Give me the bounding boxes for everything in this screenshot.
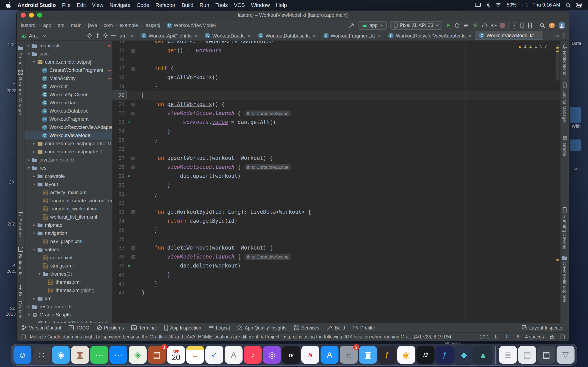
tool-window-button-profiler[interactable]: Profiler [353, 324, 375, 331]
code-line-19[interactable]: 19 } [112, 82, 560, 91]
dock-preview[interactable]: ▣ [359, 346, 377, 364]
code-line-39[interactable]: 39» dao.delete(workout) [112, 261, 560, 270]
dock-maps[interactable]: ◈ [129, 346, 147, 364]
dock-podcasts[interactable]: ◎ [263, 346, 281, 364]
fold-marker[interactable] [131, 67, 135, 71]
inspection-widget[interactable]: ▲ 1 ▲ 1 ∧ ∨ [515, 43, 550, 49]
menu-window[interactable]: Window [251, 2, 270, 8]
tree-item-workoutdatabase[interactable]: CWorkoutDatabase [25, 107, 112, 115]
tree-item-workoutdao[interactable]: CWorkoutDao [25, 99, 112, 107]
dock-files-folder[interactable]: ▤ [537, 346, 555, 364]
hide-panel-button[interactable] [111, 35, 116, 36]
dock-android-studio[interactable]: ▲ [474, 346, 492, 364]
editor-tab-workoutfragment-kt[interactable]: CWorkoutFragment.kt× [320, 31, 385, 40]
tab-close-icon[interactable]: × [468, 33, 471, 39]
code-line-35[interactable]: 35 } [112, 225, 560, 234]
apply-code-changes-button[interactable] [463, 23, 469, 28]
collapse-all-button[interactable] [95, 33, 100, 38]
tree-item-res[interactable]: ▾res [25, 164, 112, 172]
dock-tv[interactable]: tv [282, 346, 300, 364]
tree-item-values[interactable]: ▾values [25, 245, 112, 254]
editor-tab-xml[interactable]: xml× [118, 31, 138, 40]
breadcrumb-com[interactable]: com [104, 22, 113, 28]
tool-window-button-build[interactable]: Build [327, 324, 345, 331]
dock-intellij-idea[interactable]: IJ [416, 346, 434, 364]
tree-chevron-icon[interactable]: ▾ [31, 231, 37, 235]
menu-vcs[interactable]: VCS [234, 2, 245, 8]
dock-finder[interactable]: ☺ [13, 346, 31, 364]
fold-marker[interactable] [131, 157, 135, 160]
dock-reminders[interactable]: ✓ [205, 346, 223, 364]
tab-close-icon[interactable]: × [248, 33, 251, 39]
tree-item-mipmap[interactable]: ▸mipmap [25, 221, 112, 229]
tab-options-button[interactable] [563, 33, 565, 39]
breadcrumb-lastproj[interactable]: lastproj [145, 22, 160, 28]
code-line-26[interactable]: 26 [112, 145, 560, 154]
dock-facetime[interactable]: ⋯ [109, 346, 127, 364]
editor-tab-workoutapiclient-kt[interactable]: CWorkoutApiClient.kt× [138, 31, 201, 40]
attach-debugger-button[interactable] [491, 23, 497, 28]
tree-chevron-icon[interactable]: ▸ [26, 44, 31, 48]
code-line-24[interactable]: 24 } [112, 127, 560, 136]
dock-music[interactable]: ♪ [244, 346, 262, 364]
code-line-41[interactable]: 41 } [112, 279, 560, 288]
dock-messages[interactable]: ⋯ [90, 346, 108, 364]
tool-window-button-resource-manager[interactable]: Resource Manager [18, 70, 23, 115]
tree-chevron-icon[interactable]: ▾ [31, 182, 37, 186]
tree-item-nav-graph-xml[interactable]: nav_graph.xml [25, 237, 112, 245]
tree-item-java-generated[interactable]: ▸java (generated) [25, 156, 112, 164]
wifi-icon[interactable] [495, 2, 502, 7]
code-line-17[interactable]: 17 init { [112, 64, 560, 73]
code-line-18[interactable]: 18 getAllWorkouts() [112, 73, 560, 82]
search-everywhere-button[interactable] [540, 23, 545, 28]
device-selector[interactable]: Pixel XL API 33 [390, 21, 442, 30]
tree-chevron-icon[interactable]: ▸ [31, 174, 37, 178]
fold-marker[interactable] [131, 103, 135, 106]
tree-chevron-icon[interactable]: ▸ [26, 305, 31, 309]
code-line-22[interactable]: 22 viewModelScope.launch { this: Corouti… [112, 109, 560, 118]
tab-close-icon[interactable]: × [194, 33, 197, 39]
tool-window-button-problems[interactable]: Problems [96, 324, 124, 331]
tree-item-com-example-lastproj-androidtest[interactable]: ▸com.example.lastproj (androidTest) [25, 140, 112, 148]
dock-document[interactable]: ≣ [499, 346, 517, 364]
code-line-30[interactable]: 30 } [112, 181, 560, 190]
device-pair-button[interactable] [520, 22, 524, 28]
tool-window-button-project[interactable]: Project [17, 46, 23, 67]
tree-item-workoutviewmodel[interactable]: CWorkoutViewModel [25, 131, 112, 140]
menu-navigate[interactable]: Navigate [109, 2, 130, 8]
scrollbar-thumb[interactable] [556, 44, 559, 81]
tool-window-button-app-quality-insights[interactable]: App Quality Insights [237, 324, 287, 331]
dock-safari[interactable]: ◉ [52, 346, 70, 364]
tool-window-button-device-file-explorer[interactable]: Device File Explorer [562, 255, 568, 302]
dock-trash[interactable]: ▽ [557, 346, 575, 364]
breadcrumb-src[interactable]: src [58, 22, 64, 28]
tool-window-button-gradle[interactable]: GGradle [562, 135, 567, 156]
screen-mirroring-icon[interactable] [475, 2, 481, 7]
project-view-selector[interactable]: An… [29, 33, 40, 39]
device-manager-button[interactable] [528, 22, 532, 28]
breadcrumb-main[interactable]: main [71, 22, 81, 28]
tool-window-button-services[interactable]: Services [294, 324, 319, 331]
apply-changes-button[interactable] [454, 23, 460, 28]
locate-file-button[interactable] [87, 33, 92, 38]
tab-close-icon[interactable]: × [313, 33, 316, 39]
tree-item-com-example-lastproj[interactable]: ▾com.example.lastproj [25, 58, 112, 66]
tree-chevron-icon[interactable]: ▸ [26, 158, 31, 162]
tree-chevron-icon[interactable]: ▸ [31, 142, 37, 146]
tab-close-icon[interactable]: × [536, 33, 539, 38]
tool-window-button-terminal[interactable]: Terminal [131, 324, 156, 331]
menu-code[interactable]: Code [137, 2, 149, 8]
stop-button[interactable] [500, 23, 505, 27]
menubar-clock[interactable]: Thu 9:16 AM [532, 2, 560, 8]
dock-notes[interactable]: ≡ [186, 346, 204, 364]
line-separator-widget[interactable]: LF [495, 334, 501, 339]
menu-view[interactable]: View [92, 2, 103, 8]
user-avatar[interactable] [559, 22, 565, 28]
tree-item-themes-2[interactable]: ▾themes (2) [25, 270, 112, 278]
tree-item-strings-xml[interactable]: strings.xml [25, 262, 112, 270]
dock-downloads-stack[interactable]: ▤ [518, 346, 536, 364]
tree-chevron-icon[interactable]: ▾ [37, 272, 42, 276]
tree-item-workoutrecyclerviewadapter[interactable]: CWorkoutRecyclerViewAdapter [25, 123, 112, 131]
code-line-38[interactable]: 38 viewModelScope.launch { this: Corouti… [112, 252, 560, 261]
readonly-lock-icon[interactable] [550, 334, 554, 339]
